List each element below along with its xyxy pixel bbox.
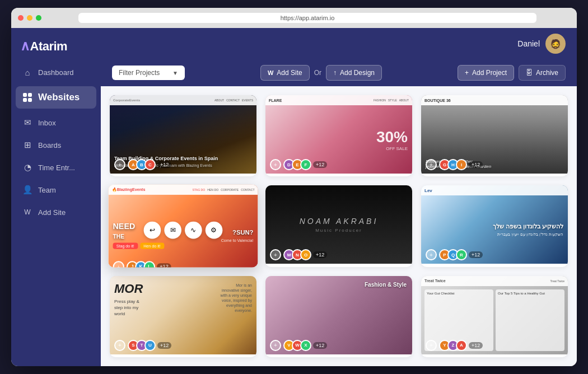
user-info: Daniel 🧔 bbox=[517, 34, 566, 54]
toolbar-center: W Add Site Or ↑ Add Design bbox=[260, 65, 382, 81]
maximize-dot[interactable] bbox=[36, 15, 41, 21]
card-footer: Producing4Success https://p4s.com/ 🔑 bbox=[265, 264, 412, 267]
card-footer: Fashion Guru In Style https://fashiongur… bbox=[265, 174, 412, 176]
site-card-londonlet[interactable]: Lev להשקיע בלונדון בשפה שלך השקעות נדל"ן… bbox=[421, 185, 568, 267]
nav-items: ⌂ Dashboard Websites ✉ Inbox bbox=[11, 62, 101, 223]
sidebar-item-dashboard[interactable]: ⌂ Dashboard bbox=[16, 62, 96, 83]
app-header: Daniel 🧔 bbox=[101, 28, 577, 59]
card-footer: Londonlet Properties https://londonlet.c… bbox=[421, 264, 568, 267]
wordpress-small-icon: W bbox=[268, 69, 273, 76]
card-footer: Fine Jewellery On Demand https://diamond… bbox=[421, 174, 568, 176]
user-name: Daniel bbox=[517, 39, 540, 48]
card-image: FLARE FASHIONSTYLEABOUT 30% OFF SALE bbox=[265, 95, 412, 174]
team-icon: 👤 bbox=[22, 185, 32, 195]
card-avatars: + D E F +12 bbox=[270, 159, 327, 170]
card-avatars: + P Q R +12 bbox=[426, 249, 483, 260]
sidebar-label-inbox: Inbox bbox=[38, 119, 56, 127]
card-image: BOUTIQUE 36 Different from any otherjewe… bbox=[421, 95, 568, 174]
card-avatars: + M N O +12 bbox=[270, 249, 327, 260]
site-card-mor[interactable]: MOR Press play &step into myworld Mor is… bbox=[110, 276, 256, 357]
filter-dropdown[interactable]: Filter Projects ▼ bbox=[112, 66, 185, 80]
sidebar-label-team: Team bbox=[38, 186, 56, 194]
minimize-dot[interactable] bbox=[27, 15, 32, 21]
browser-chrome: https://app.atarim.io bbox=[11, 8, 577, 28]
card-avatars: + V W X +12 bbox=[270, 340, 327, 351]
avatar: 🧔 bbox=[545, 34, 566, 54]
add-design-button[interactable]: ↑ Add Design bbox=[326, 65, 382, 81]
sidebar-item-inbox[interactable]: ✉ Inbox bbox=[16, 112, 96, 133]
sidebar-label-dashboard: Dashboard bbox=[38, 68, 74, 77]
archive-label: Archive bbox=[536, 69, 558, 77]
add-site-label: Add Site bbox=[277, 69, 302, 77]
card-avatars: + Y Z A +12 bbox=[426, 340, 483, 351]
upload-icon: ↑ bbox=[333, 69, 337, 77]
card-footer: Music NOT for the Masses https://MMMMusi… bbox=[110, 354, 256, 357]
card-footer: Go With Your Gut https://buylnow.com/ 35 bbox=[421, 354, 568, 357]
chevron-down-icon: ▼ bbox=[172, 70, 178, 76]
wordpress-icon: W bbox=[22, 207, 32, 217]
card-avatars: + S T U +12 bbox=[114, 340, 171, 351]
sidebar-label-boards: Boards bbox=[38, 141, 61, 149]
home-icon: ⌂ bbox=[22, 67, 32, 77]
site-card-fashion-guru[interactable]: FLARE FASHIONSTYLEABOUT 30% OFF SALE bbox=[265, 95, 412, 176]
archive-icon: 🗄 bbox=[526, 69, 533, 77]
clock-icon: ◔ bbox=[22, 162, 32, 172]
card-avatars: + J K L +12 bbox=[113, 261, 171, 268]
toolbar: Filter Projects ▼ W Add Site Or ↑ Add De… bbox=[101, 59, 577, 86]
sidebar-label-websites: Websites bbox=[38, 92, 80, 103]
add-project-button[interactable]: + Add Project bbox=[458, 65, 514, 81]
sidebar-item-team[interactable]: 👤 Team bbox=[16, 179, 96, 200]
site-card-fashion-house[interactable]: Fashion & Style + V W X +12 Fashion In T… bbox=[265, 276, 412, 357]
sidebar-item-add-site[interactable]: W Add Site bbox=[16, 202, 96, 223]
url-bar[interactable]: https://app.atarim.io bbox=[78, 13, 536, 23]
close-dot[interactable] bbox=[18, 15, 24, 21]
card-avatars: + G H I +12 bbox=[426, 159, 483, 170]
card-image: CorporateEvents ABOUTCONTACTEVENTS Team … bbox=[110, 95, 256, 174]
site-card-jewellery[interactable]: BOUTIQUE 36 Different from any otherjewe… bbox=[421, 95, 568, 176]
sidebar-label-add-site: Add Site bbox=[38, 208, 66, 217]
filter-label: Filter Projects bbox=[119, 69, 160, 77]
sidebar-item-boards[interactable]: ⊞ Boards bbox=[16, 134, 96, 156]
sidebar-label-time: Time Entr... bbox=[38, 163, 75, 172]
card-image: Fashion & Style + V W X +12 bbox=[265, 276, 412, 354]
card-image: NOAM AKRABI Music Producer + M N O +12 bbox=[265, 185, 412, 264]
card-image: Treat Twice Treat Twice Your Gut Checkli… bbox=[421, 276, 568, 354]
site-card-corporate[interactable]: CorporateEvents ABOUTCONTACTEVENTS Team … bbox=[110, 95, 256, 176]
card-image: MOR Press play &step into myworld Mor is… bbox=[110, 276, 256, 354]
plus-icon: + bbox=[465, 69, 469, 77]
logo: ∧Atarim bbox=[11, 28, 101, 62]
add-site-button[interactable]: W Add Site bbox=[260, 65, 310, 81]
site-card-music-producer[interactable]: NOAM AKRABI Music Producer + M N O +12 bbox=[265, 185, 412, 267]
toolbar-right: + Add Project 🗄 Archive bbox=[458, 65, 566, 81]
main-content: Daniel 🧔 Filter Projects ▼ W Add Site Or bbox=[101, 28, 577, 366]
archive-button[interactable]: 🗄 Archive bbox=[519, 65, 566, 81]
browser-window: https://app.atarim.io ∧Atarim ⌂ Dashboar… bbox=[11, 8, 577, 366]
card-footer: Fashion In The House https://fluffyfashi… bbox=[265, 354, 412, 357]
site-card-party[interactable]: 🔥BlaziingEvents STAG DO HEN DO CORPORATE… bbox=[108, 185, 258, 268]
card-image: 🔥BlaziingEvents STAG DO HEN DO CORPORATE… bbox=[108, 185, 258, 268]
grid-icon bbox=[22, 92, 32, 102]
card-footer: Team Building & Corporate Events https:/… bbox=[110, 174, 256, 176]
add-design-label: Add Design bbox=[340, 69, 375, 77]
boards-icon: ⊞ bbox=[22, 140, 32, 150]
inbox-icon: ✉ bbox=[22, 118, 32, 128]
sidebar-item-websites[interactable]: Websites bbox=[16, 86, 96, 109]
sites-grid: CorporateEvents ABOUTCONTACTEVENTS Team … bbox=[101, 86, 577, 366]
add-project-label: Add Project bbox=[472, 69, 507, 77]
card-avatars: + A B C +12 bbox=[114, 159, 171, 170]
logo-text: ∧Atarim bbox=[20, 38, 67, 54]
sidebar-item-time[interactable]: ◔ Time Entr... bbox=[16, 157, 96, 178]
card-image: Lev להשקיע בלונדון בשפה שלך השקעות נדל"ן… bbox=[421, 185, 568, 264]
or-text: Or bbox=[314, 69, 321, 77]
site-card-gut[interactable]: Treat Twice Treat Twice Your Gut Checkli… bbox=[421, 276, 568, 357]
app-layout: ∧Atarim ⌂ Dashboard Websites bbox=[11, 28, 577, 366]
sidebar: ∧Atarim ⌂ Dashboard Websites bbox=[11, 28, 101, 366]
